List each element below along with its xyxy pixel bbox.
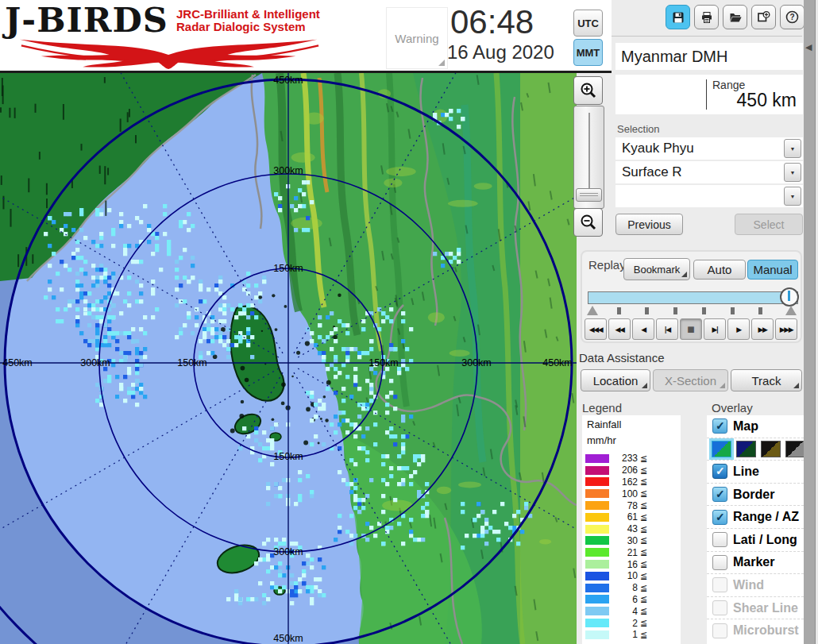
track-button[interactable]: Track <box>731 369 802 391</box>
selection-dropdown-1[interactable]: Kyauk Phyu▼ <box>615 137 803 160</box>
zoom-out-magnifier-icon <box>580 214 597 231</box>
open-file-button[interactable] <box>723 5 747 29</box>
zoom-out-button[interactable] <box>573 208 603 237</box>
save-button[interactable] <box>666 5 690 29</box>
legend-operator: ≦ <box>640 465 647 476</box>
timeline-tick <box>645 307 649 314</box>
add-window-button[interactable] <box>751 5 776 29</box>
overlay-row-line: Line <box>707 460 804 483</box>
legend-operator: ≦ <box>640 618 647 628</box>
svg-text:450km: 450km <box>2 357 33 368</box>
xsection-label: X-Section <box>665 374 716 388</box>
dropdown-value: Kyauk Phyu <box>615 141 694 156</box>
play-button[interactable]: ▶ <box>727 318 750 340</box>
selection-dropdowns: Kyauk Phyu▼Surface R▼▼ <box>615 137 803 209</box>
legend-value: 233 <box>609 453 638 464</box>
fast-rewind-button[interactable]: ◀◀ <box>608 318 631 340</box>
legend-row: 6≦ <box>582 594 681 606</box>
manual-replay-button[interactable]: Manual <box>747 260 798 280</box>
replay-timeline-slider[interactable] <box>588 291 798 304</box>
legend-box: Rainfall mm/hr 233≦206≦162≦100≦78≦61≦43≦… <box>582 415 681 644</box>
legend-value: 16 <box>609 559 638 570</box>
legend-operator: ≦ <box>640 512 647 523</box>
checkbox-map[interactable] <box>712 418 727 434</box>
selection-dropdown-2[interactable]: Surface R▼ <box>615 161 803 183</box>
xsection-button[interactable]: X-Section <box>653 369 728 391</box>
legend-operator: ≦ <box>640 547 647 557</box>
legend-value: 206 <box>609 465 638 476</box>
zoom-slider[interactable] <box>573 106 604 209</box>
checkbox-lati-long[interactable] <box>712 532 727 547</box>
stop-button[interactable]: ■ <box>680 318 702 340</box>
checkbox-wind <box>712 577 727 592</box>
legend-color-swatch <box>585 536 609 545</box>
overlay-item-label: Microburst <box>733 623 799 638</box>
checkbox-microburst <box>712 623 727 638</box>
corner-menu-icon <box>642 383 647 388</box>
legend-color-swatch <box>585 477 609 486</box>
warning-button[interactable]: Warning <box>386 7 448 69</box>
auto-replay-button[interactable]: Auto <box>693 260 746 280</box>
step-back-button[interactable]: |◀ <box>656 318 678 340</box>
header: J-BIRDS JRC-Brilliant & Intelligent Rada… <box>0 0 612 73</box>
timeline-start-marker <box>587 306 598 315</box>
legend-row: 10≦ <box>582 570 681 582</box>
replay-slider-handle[interactable] <box>780 287 799 307</box>
map-style-swatch-2[interactable] <box>736 441 756 457</box>
bookmark-label: Bookmark <box>634 264 681 276</box>
chevron-down-icon[interactable]: ▼ <box>784 139 801 158</box>
map-style-swatch-1[interactable] <box>712 441 731 457</box>
selection-dropdown-3[interactable]: ▼ <box>615 185 803 207</box>
checkbox-line[interactable] <box>712 464 727 479</box>
svg-text:150km: 150km <box>368 357 399 368</box>
legend-operator: ≦ <box>640 594 647 604</box>
overlay-item-label: Lati / Long <box>733 533 797 547</box>
zoom-slider-handle[interactable] <box>576 188 602 202</box>
legend-value: 8 <box>609 582 638 593</box>
checkbox-range-az[interactable] <box>712 510 727 525</box>
svg-text:450km: 450km <box>542 357 573 368</box>
legend-color-swatch <box>585 619 609 627</box>
help-button[interactable]: ? <box>780 5 804 29</box>
legend-operator: ≦ <box>640 630 647 640</box>
radar-map[interactable]: 450km300km150km150km300km450km450km300km… <box>0 73 577 644</box>
map-style-swatch-4[interactable] <box>785 441 805 457</box>
clock-date: 16 Aug 2020 <box>447 41 554 64</box>
legend-label: Legend <box>582 401 622 415</box>
corner-menu-icon <box>720 383 725 388</box>
legend-operator: ≦ <box>640 488 647 499</box>
chevron-down-icon[interactable]: ▼ <box>784 187 801 206</box>
checkbox-border[interactable] <box>712 487 727 502</box>
mmt-toggle-button[interactable]: MMT <box>573 39 603 66</box>
previous-button[interactable]: Previous <box>615 214 683 235</box>
checkbox-marker[interactable] <box>712 555 727 570</box>
fast-forward-button[interactable]: ▶▶ <box>751 318 774 340</box>
svg-text:?: ? <box>789 13 794 21</box>
chevron-down-icon[interactable]: ▼ <box>784 163 801 182</box>
overlay-item-label: Map <box>733 419 758 434</box>
bookmark-button[interactable]: Bookmark <box>623 258 690 280</box>
legend-color-swatch <box>585 631 609 639</box>
step-forward-button[interactable]: ▶| <box>704 318 726 340</box>
utc-toggle-button[interactable]: UTC <box>573 10 603 37</box>
legend-row: 4≦ <box>582 605 681 617</box>
print-button[interactable] <box>694 5 719 29</box>
svg-text:300km: 300km <box>80 357 110 368</box>
legend-color-swatch <box>585 595 609 604</box>
map-style-swatch-3[interactable] <box>761 441 781 457</box>
playback-controls: ◀◀◀◀◀◀|◀■▶|▶▶▶▶▶▶ <box>585 318 797 340</box>
jbirds-window: 450km300km150km150km300km450km450km300km… <box>0 0 818 644</box>
map-style-swatches <box>707 438 804 461</box>
clock-time: 06:48 <box>450 3 534 41</box>
location-button[interactable]: Location <box>581 369 650 391</box>
radar-map-canvas[interactable]: 450km300km150km150km300km450km450km300km… <box>0 73 577 644</box>
overlay-item-label: Border <box>733 488 774 502</box>
jump-to-end-button[interactable]: ▶▶▶ <box>775 318 797 340</box>
legend-row: 100≦ <box>582 488 681 499</box>
zoom-in-button[interactable] <box>573 76 603 105</box>
collapse-panel-arrow-icon[interactable]: ◀ <box>805 42 812 52</box>
help-icon: ? <box>785 10 799 24</box>
jump-to-start-button[interactable]: ◀◀◀ <box>585 318 607 340</box>
warning-label: Warning <box>387 32 447 45</box>
play-reverse-button[interactable]: ◀ <box>632 318 654 340</box>
